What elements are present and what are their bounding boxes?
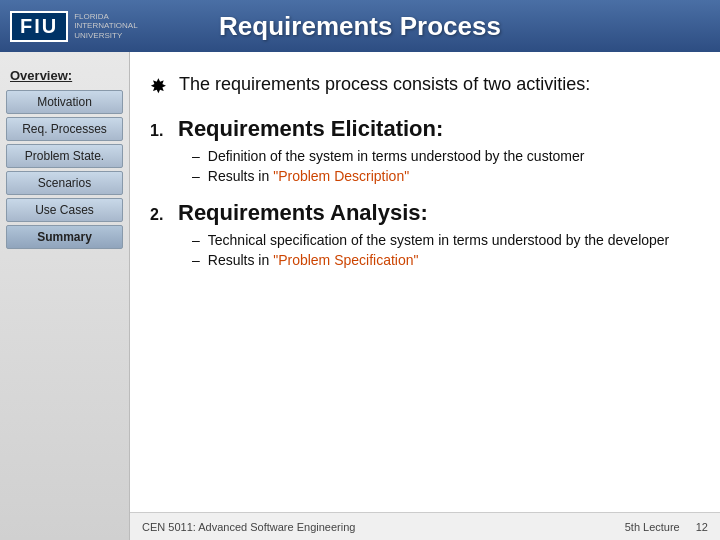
section-1-subitems: – Definition of the system in terms unde… <box>192 148 696 184</box>
section-2-subitems: – Technical specification of the system … <box>192 232 696 268</box>
main-layout: Overview: Motivation Req. Processes Prob… <box>0 52 720 540</box>
sidebar: Overview: Motivation Req. Processes Prob… <box>0 52 130 540</box>
bullet-star-icon: ✸ <box>150 74 167 98</box>
intro-text: The requirements process consists of two… <box>179 72 590 97</box>
section-2-subitem-1: – Technical specification of the system … <box>192 232 696 248</box>
footer-lecture: 5th Lecture <box>625 521 680 533</box>
section-2-subitem-2-text: Results in "Problem Specification" <box>208 252 419 268</box>
section-1-number: 1. <box>150 122 178 140</box>
footer: CEN 5011: Advanced Software Engineering … <box>130 512 720 540</box>
section-1-title: Requirements Elicitation: <box>178 116 443 142</box>
section-1-subitem-1: – Definition of the system in terms unde… <box>192 148 696 164</box>
page-title: Requirements Process <box>219 11 501 42</box>
section-1-subitem-2-text: Results in "Problem Description" <box>208 168 409 184</box>
section-1-heading: 1. Requirements Elicitation: <box>150 116 696 142</box>
sidebar-item-summary[interactable]: Summary <box>6 225 123 249</box>
section-1: 1. Requirements Elicitation: – Definitio… <box>150 116 696 184</box>
section-2: 2. Requirements Analysis: – Technical sp… <box>150 200 696 268</box>
highlight-problem-specification: "Problem Specification" <box>273 252 418 268</box>
sidebar-item-motivation[interactable]: Motivation <box>6 90 123 114</box>
dash-icon: – <box>192 148 200 164</box>
sidebar-item-scenarios[interactable]: Scenarios <box>6 171 123 195</box>
logo-subtext: FLORIDA INTERNATIONAL UNIVERSITY <box>74 12 144 41</box>
intro-section: ✸ The requirements process consists of t… <box>150 72 696 98</box>
section-1-subitem-2: – Results in "Problem Description" <box>192 168 696 184</box>
section-2-number: 2. <box>150 206 178 224</box>
section-2-subitem-2: – Results in "Problem Specification" <box>192 252 696 268</box>
dash-icon-2: – <box>192 168 200 184</box>
header: FIU FLORIDA INTERNATIONAL UNIVERSITY Req… <box>0 0 720 52</box>
section-2-heading: 2. Requirements Analysis: <box>150 200 696 226</box>
section-2-subitem-1-text: Technical specification of the system in… <box>208 232 669 248</box>
logo: FIU FLORIDA INTERNATIONAL UNIVERSITY <box>10 11 144 42</box>
sidebar-item-problem-state[interactable]: Problem State. <box>6 144 123 168</box>
footer-course: CEN 5011: Advanced Software Engineering <box>142 521 355 533</box>
footer-right: 5th Lecture 12 <box>625 521 708 533</box>
sidebar-item-use-cases[interactable]: Use Cases <box>6 198 123 222</box>
section-1-subitem-1-text: Definition of the system in terms unders… <box>208 148 585 164</box>
footer-page: 12 <box>696 521 708 533</box>
sidebar-overview-label: Overview: <box>0 62 129 87</box>
highlight-problem-description: "Problem Description" <box>273 168 409 184</box>
section-2-title: Requirements Analysis: <box>178 200 428 226</box>
sidebar-item-req-processes[interactable]: Req. Processes <box>6 117 123 141</box>
dash-icon-3: – <box>192 232 200 248</box>
content-area: ✸ The requirements process consists of t… <box>130 52 720 540</box>
logo-text: FIU <box>10 11 68 42</box>
dash-icon-4: – <box>192 252 200 268</box>
